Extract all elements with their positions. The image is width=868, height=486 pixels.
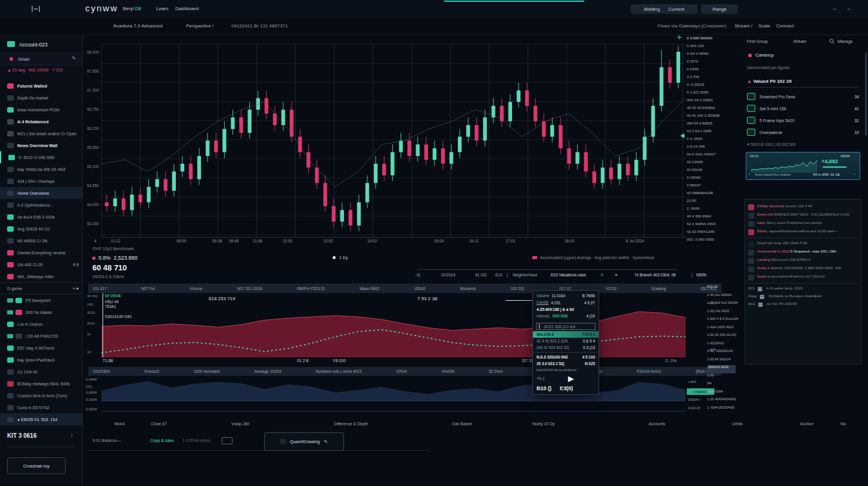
popup-row[interactable]: Candle4:2914 9 2T: [533, 299, 599, 306]
popup-row[interactable]: [533, 319, 599, 322]
ladder-row[interactable]: 2, N045: [687, 206, 720, 214]
ladder-row[interactable]: 284 04.3 80825: [687, 121, 720, 129]
context-popup[interactable]: Volume11.4164B 7N90Candle4:2914 9 2T4.35…: [532, 290, 599, 395]
popup-row[interactable]: Interval,0N9 0N84 (10: [533, 313, 599, 319]
mid-tab[interactable]: N07 201 /2024: [237, 286, 262, 291]
copy-save-link[interactable]: Copy & save: [150, 438, 174, 443]
mid-tab[interactable]: U5042: [414, 286, 426, 291]
interval-legend[interactable]: 1 Dy: [333, 256, 348, 260]
mini-list-row[interactable]: 220213 0223: [707, 365, 736, 373]
feed-item[interactable]: 52bits, appearRenaissanceRow and a139 st…: [748, 229, 858, 235]
market-stat-row[interactable]: Smashed Pro Sess34: [747, 91, 859, 102]
popup-row[interactable]: 42 4 N) 523 2 31N0 & 9 4: [533, 338, 599, 344]
ladder-row[interactable]: 23 00: [687, 198, 720, 206]
toolbar-item[interactable]: N50N: [696, 273, 706, 277]
forward-arrow-icon[interactable]: →: [831, 5, 837, 11]
sidebar-item[interactable]: Home Overviews: [0, 187, 82, 199]
card-prev-arrow[interactable]: ‹: [749, 172, 750, 176]
sidebar-item[interactable]: P5 Savepoint: [0, 294, 82, 306]
toolbar-item[interactable]: 74 Branch 403 0304, 08: [634, 273, 675, 277]
card-next-arrow[interactable]: ›: [854, 172, 855, 176]
feed-item[interactable]: Greg▦Orchards on Bureaus 2warsEast: [748, 294, 858, 300]
search-icon[interactable]: [829, 39, 835, 44]
app-menu-icon[interactable]: [31, 5, 41, 13]
sidebar-item[interactable]: News Overview Wall: [0, 139, 82, 151]
ladder-row[interactable]: 45 42 03 5400N2: [687, 105, 720, 113]
watchlist-edit-row[interactable]: Orion ✎: [0, 52, 82, 66]
toolbar-item[interactable]: 41 031: [475, 273, 487, 277]
popup-row[interactable]: · 2E3/1 928 (3 0 4)4: [536, 323, 596, 330]
popup-row[interactable]: [533, 352, 599, 353]
bidding-button[interactable]: Bidding: [644, 7, 660, 12]
sidebar-item[interactable]: D-game≡ ♥: [0, 282, 82, 294]
favorites-row[interactable]: ♥ 5000-B 1001 | 00 202 500: [747, 142, 796, 147]
breadcrumb-view[interactable]: Perspective /: [186, 23, 213, 29]
toolbar-item[interactable]: E10: [495, 273, 503, 277]
feed-item[interactable]: 0w1▦an 42x P0 203039: [748, 301, 858, 307]
mini-list-row[interactable]: 1 02'24 202x24: [707, 357, 736, 366]
mini-list-row[interactable]: 1 22 42424204202: [707, 397, 736, 406]
sidebar-item[interactable]: Avg 30425 40 C0: [0, 223, 82, 235]
sidebar-item[interactable]: Custom tiers in form (Turn): [0, 390, 82, 401]
mid-tab[interactable]: Volume: [190, 286, 202, 291]
back-arrow-icon[interactable]: ←: [847, 5, 852, 11]
feed-item[interactable]: books a atmospherePatterns 227 220x23: [748, 274, 858, 281]
sidebar-item[interactable]: 0-3 Optimizations -: [0, 199, 82, 211]
bottom-header-label[interactable]: V0x024: [441, 369, 454, 373]
sidebar-item[interactable]: Futures Walled: [0, 80, 82, 92]
feed-item[interactable]: Landing 552 punch 209.E7504 4: [748, 257, 858, 264]
keyboard-icon[interactable]: [222, 437, 232, 444]
crosshair-toy-button[interactable]: Crosshair-toy: [7, 457, 66, 474]
sidebar-item[interactable]: Owned Everything neutral: [0, 247, 82, 258]
sidebar-item[interactable]: UN 445 CL059 9: [0, 258, 82, 270]
mini-list-row[interactable]: 1 42w 2203 4222: [707, 325, 736, 334]
market-stat-row[interactable]: Overwateral10: [747, 126, 859, 138]
mini-list-row[interactable]: 1 22),N2 2023: [707, 309, 736, 317]
sidebar-item[interactable]: A:4 Rebalanced: [0, 116, 82, 127]
sidebar-item[interactable]: bay /prev=Pwd0au3: [0, 354, 82, 366]
toolbar-item[interactable]: ≡: [615, 273, 618, 277]
mid-tab[interactable]: 0N0Prx P223 23: [297, 286, 325, 291]
ladder-row[interactable]: 0 1,021 5090: [687, 90, 720, 98]
edit-pencil-icon[interactable]: ✎: [72, 55, 76, 61]
quant-drawing-button[interactable]: Quant/Drawing ✎: [264, 432, 344, 451]
ladder-row[interactable]: 002, 3 0N0 5000: [687, 237, 720, 245]
sidebar-item[interactable]: | D0 A6 P40U7Z0: [0, 330, 82, 342]
play-icon[interactable]: ▶: [568, 374, 574, 383]
sidebar-item[interactable]: 0a 4u14 E55 0 000k: [0, 211, 82, 223]
ladder-row[interactable]: 02 02418: [687, 167, 720, 175]
heart-icon[interactable]: ♥: [747, 142, 750, 147]
market-stat-row[interactable]: Set 5 mini 15641: [747, 102, 859, 114]
market-stat-row[interactable]: 5 Frame trips 542031: [747, 114, 859, 126]
feed-item[interactable]: 01Map Survived Growth 152.4 44: [748, 204, 858, 210]
ladder-row[interactable]: 04 0 4321 N0N27: [687, 152, 720, 160]
toolbar-item[interactable]: Neighborhood: [513, 273, 537, 277]
subnav-stream[interactable]: Stream /: [734, 23, 752, 29]
feed-item[interactable]: Incremental in 2023 5 Sequined—was 200 |…: [748, 249, 858, 256]
toolbar-item[interactable]: -0|: [416, 273, 420, 277]
candlestick-chart[interactable]: [101, 44, 686, 237]
sidebar-item[interactable]: E57 /day 4 9STrend: [0, 342, 82, 354]
popup-row[interactable]: bank4x243 demonstrations: [533, 367, 599, 373]
mid-tab[interactable]: N07 Fut: [141, 286, 155, 291]
ladder-row[interactable]: 0 2N4 120: [687, 43, 720, 51]
toolbar-item[interactable]: 02/2024: [441, 273, 455, 277]
ladder-row[interactable]: 03 3 04.1 0305: [687, 129, 720, 136]
popup-row[interactable]: Volume11.4164B 7N90: [533, 292, 599, 299]
ladder-row[interactable]: 0 4, 0543: [687, 136, 720, 144]
sidebar-item[interactable]: bay Yields 0a 40b 03 /40Z: [0, 163, 82, 175]
sidebar-item[interactable]: Depth 0a market: [0, 92, 82, 104]
bottom-header-label[interactable]: Numbers vols ( verbs 4023: [316, 369, 361, 373]
bottom-header-label[interactable]: P20x04 Ax0x0: [637, 369, 661, 373]
popup-row[interactable]: N.E.0 320243 0N24 5 103: [533, 354, 599, 360]
scrollbar[interactable]: [865, 52, 867, 136]
popup-row[interactable]: B10 ()E3(0): [533, 384, 599, 392]
sidebar-item[interactable]: S00 0a stakes: [0, 306, 82, 318]
ladder-row[interactable]: 0, 0 20223: [687, 82, 720, 90]
sidebar-item[interactable]: 0- 5013 G 045 /090: [0, 151, 82, 163]
ladder-row[interactable]: 4 0 705: [687, 74, 720, 82]
sidebar-item[interactable]: Cons in E57074Z: [0, 401, 82, 413]
bottom-header-label[interactable]: Evens22: [144, 369, 159, 373]
mini-list-row[interactable]: 1 44 2xx-20N24: [707, 293, 736, 301]
subnav-flows[interactable]: Flows via Gateways (Crossover): [658, 23, 726, 29]
